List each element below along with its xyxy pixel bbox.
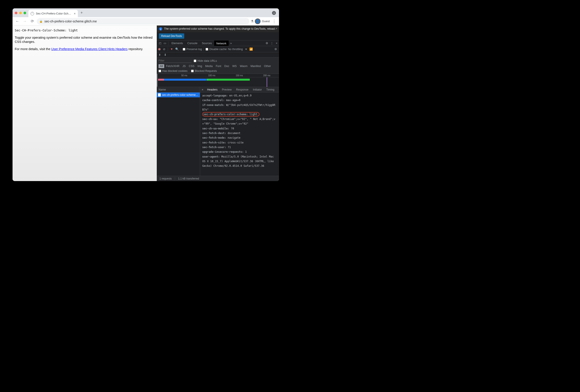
wifi-icon[interactable]: 📶 bbox=[249, 47, 253, 51]
search-icon[interactable]: 🔍 bbox=[175, 47, 179, 51]
avatar-icon: 👤 bbox=[255, 18, 261, 24]
tab-initiator[interactable]: Initiator bbox=[251, 87, 264, 92]
network-status-bar: 1 requests 1.1 kB transferred bbox=[157, 176, 279, 181]
header-row: sec-fetch-dest: document bbox=[202, 131, 277, 136]
filter-icon[interactable]: ▼ bbox=[170, 47, 174, 51]
repo-link[interactable]: User Preference Media Features Client Hi… bbox=[51, 47, 128, 51]
overview-bar bbox=[164, 79, 250, 81]
kebab-icon[interactable]: ⋮ bbox=[269, 42, 274, 45]
address-bar[interactable]: 🔒 sec-ch-prefers-color-scheme.glitch.me bbox=[37, 18, 249, 25]
devtools-panel: i The system-preferred color scheme has … bbox=[157, 25, 279, 181]
chip-ws[interactable]: WS bbox=[231, 64, 238, 68]
tab-bar: Sec-CH-Prefers-Color-Scheme × + ▾ bbox=[12, 8, 279, 17]
devtools-banner: i The system-preferred color scheme has … bbox=[157, 25, 279, 32]
close-detail-icon[interactable]: × bbox=[200, 88, 205, 92]
content-area: Sec-CH-Prefers-Color-Scheme: light Toggl… bbox=[12, 25, 279, 181]
tab-headers[interactable]: Headers bbox=[205, 87, 220, 92]
close-tab-icon[interactable]: × bbox=[74, 12, 76, 15]
chip-all[interactable]: All bbox=[158, 64, 164, 68]
clear-icon[interactable]: ⊘ bbox=[162, 47, 166, 51]
network-overview[interactable]: 50 ms 100 ms 150 ms 200 ms bbox=[157, 74, 279, 87]
page-paragraph-2: For more details, visit the User Prefere… bbox=[15, 47, 154, 51]
overview-marker bbox=[267, 77, 267, 87]
blocked-requests-checkbox[interactable]: Blocked Requests bbox=[191, 69, 217, 73]
lock-icon: 🔒 bbox=[39, 20, 43, 23]
chip-font[interactable]: Font bbox=[214, 64, 223, 68]
tab-title: Sec-CH-Prefers-Color-Scheme bbox=[36, 12, 73, 15]
chip-doc[interactable]: Doc bbox=[223, 64, 230, 68]
header-row: sec-ch-ua-mobile: ?0 bbox=[202, 126, 277, 131]
filter-input[interactable] bbox=[158, 59, 191, 63]
chip-js[interactable]: JS bbox=[181, 64, 187, 68]
tab-network[interactable]: Network bbox=[214, 40, 229, 46]
status-requests: 1 requests bbox=[159, 177, 172, 180]
header-row: if-none-match: W/"3b4-puYz4Q5/GV7nZfWtr/… bbox=[202, 103, 277, 112]
detail-tabs: × Headers Preview Response Initiator Tim… bbox=[200, 87, 279, 93]
name-column-header[interactable]: Name bbox=[157, 87, 200, 93]
tab-response[interactable]: Response bbox=[234, 87, 251, 92]
chip-wasm[interactable]: Wasm bbox=[239, 64, 249, 68]
account-dropdown-icon[interactable]: ▾ bbox=[272, 11, 276, 15]
kebab-menu-icon[interactable]: ⋮ bbox=[271, 19, 277, 24]
close-devtools-icon[interactable]: × bbox=[274, 42, 279, 45]
request-name: sec-ch-prefers-color-scheme... bbox=[162, 93, 198, 97]
network-body: Name sec-ch-prefers-color-scheme... × He… bbox=[157, 87, 279, 176]
url-text: sec-ch-prefers-color-scheme.glitch.me bbox=[44, 19, 97, 23]
network-settings-icon[interactable]: ⚙ bbox=[274, 47, 278, 51]
throttling-select[interactable]: No throttling bbox=[228, 48, 243, 51]
chip-media[interactable]: Media bbox=[204, 64, 214, 68]
close-window[interactable] bbox=[15, 12, 17, 14]
headers-list: accept-language: en-US,en;q=0.9cache-con… bbox=[200, 93, 279, 176]
chip-css[interactable]: CSS bbox=[187, 64, 196, 68]
download-icon[interactable]: ⬇ bbox=[164, 53, 166, 56]
chevron-down-icon[interactable]: ▾ bbox=[244, 47, 248, 51]
inspect-icon[interactable]: ◰ bbox=[158, 42, 162, 45]
chip-img[interactable]: Img bbox=[196, 64, 203, 68]
record-button[interactable] bbox=[158, 48, 161, 51]
back-button[interactable]: ← bbox=[14, 18, 20, 24]
reload-devtools-button[interactable]: Reload DevTools bbox=[159, 33, 184, 39]
more-tabs-icon[interactable]: » bbox=[229, 42, 234, 45]
maximize-window[interactable] bbox=[23, 12, 26, 14]
reload-button[interactable]: ⟳ bbox=[29, 18, 35, 24]
hide-data-urls-checkbox[interactable]: Hide data URLs bbox=[194, 59, 217, 62]
reload-row: Reload DevTools bbox=[157, 32, 279, 40]
upload-icon[interactable]: ⬆ bbox=[158, 53, 161, 56]
browser-tab[interactable]: Sec-CH-Prefers-Color-Scheme × bbox=[28, 10, 78, 17]
overview-handle-left[interactable] bbox=[157, 74, 158, 87]
browser-toolbar: ← → ⟳ 🔒 sec-ch-prefers-color-scheme.glit… bbox=[12, 17, 279, 25]
globe-icon bbox=[30, 12, 34, 15]
profile-label: Guest bbox=[262, 19, 270, 23]
minimize-window[interactable] bbox=[19, 12, 22, 14]
window-controls bbox=[15, 12, 26, 14]
network-filter-bar: Hide data URLs All Fetch/XHR JS CSS Img … bbox=[157, 58, 279, 74]
tab-preview[interactable]: Preview bbox=[220, 87, 234, 92]
tab-console[interactable]: Console bbox=[185, 40, 200, 46]
status-transferred: 1.1 kB transferred bbox=[178, 177, 199, 180]
disable-cache-checkbox[interactable]: Disable cache bbox=[206, 48, 227, 51]
tab-timing[interactable]: Timing bbox=[264, 87, 277, 92]
preserve-log-checkbox[interactable]: Preserve log bbox=[183, 48, 202, 51]
document-icon bbox=[158, 93, 161, 97]
header-row: upgrade-insecure-requests: 1 bbox=[202, 150, 277, 154]
page-paragraph-1: Toggle your operating system's preferred… bbox=[15, 36, 154, 44]
chip-fetch[interactable]: Fetch/XHR bbox=[165, 64, 181, 68]
request-list: Name sec-ch-prefers-color-scheme... bbox=[157, 87, 200, 176]
profile-button[interactable]: 👤 Guest bbox=[255, 18, 270, 24]
tab-sources[interactable]: Sources bbox=[200, 40, 214, 46]
blocked-cookies-checkbox[interactable]: Has blocked cookies bbox=[158, 69, 187, 73]
tab-elements[interactable]: Elements bbox=[169, 40, 185, 46]
device-toolbar-icon[interactable]: ▭ bbox=[162, 42, 167, 45]
forward-button[interactable]: → bbox=[22, 18, 28, 24]
request-row[interactable]: sec-ch-prefers-color-scheme... bbox=[157, 93, 200, 97]
resource-type-chips: All Fetch/XHR JS CSS Img Media Font Doc … bbox=[158, 64, 277, 68]
chip-manifest[interactable]: Manifest bbox=[249, 64, 262, 68]
chip-other[interactable]: Other bbox=[263, 64, 272, 68]
close-banner-icon[interactable]: × bbox=[276, 27, 277, 30]
rendered-page: Sec-CH-Prefers-Color-Scheme: light Toggl… bbox=[12, 25, 157, 181]
devtools-tabs: ◰ ▭ Elements Console Sources Network » ⚙… bbox=[157, 40, 279, 46]
settings-icon[interactable]: ⚙ bbox=[265, 42, 269, 45]
header-row: sec-ch-ua: "Chromium";v="92", " Not A;Br… bbox=[202, 117, 277, 126]
experiments-icon[interactable]: ⚗ bbox=[251, 19, 254, 23]
new-tab-button[interactable]: + bbox=[80, 10, 83, 15]
